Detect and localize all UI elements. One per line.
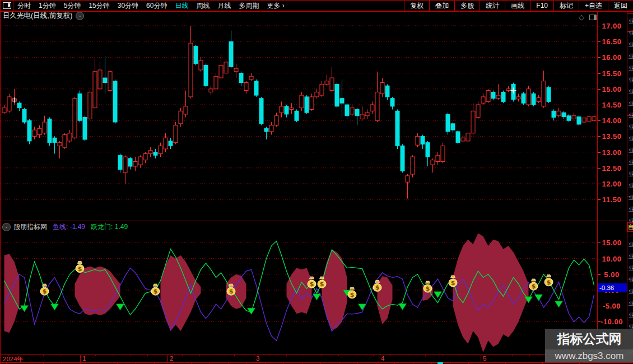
week-tick (113, 354, 113, 356)
strip-glyph: 业 (629, 311, 633, 319)
watermark-title: 指标公式网 (545, 329, 633, 349)
axis-tick (598, 259, 601, 259)
watermark-site: www.zbgs3.com (545, 349, 633, 362)
week-tick (217, 354, 217, 356)
panel-layout-icon[interactable] (589, 15, 597, 20)
svg-text:$: $ (78, 265, 82, 273)
action-button-1[interactable]: 叠加 (429, 1, 454, 11)
axis-tick (598, 57, 601, 58)
strip-glyph: 业 (629, 76, 633, 84)
action-button-8[interactable]: 返回 (608, 1, 633, 11)
crosshair-plus-icon (12, 97, 17, 103)
strip-separator (627, 236, 633, 236)
band-fill-group (4, 233, 529, 352)
action-button-4[interactable]: 画线 (505, 1, 530, 11)
strip-separator (627, 320, 633, 320)
indicator-axis-label: 15.00 (599, 239, 625, 247)
frame-line (1, 11, 633, 12)
month-separator (167, 354, 168, 362)
action-button-0[interactable]: 复权 (404, 1, 429, 11)
money-bag-icon: $ (529, 279, 538, 290)
indicator-chevron-down-icon[interactable]: ⌄ (2, 223, 11, 231)
axis-tick (598, 152, 601, 153)
latest-value-marker: -0.36 (598, 283, 627, 292)
period-tab-3[interactable]: 15分钟 (85, 1, 113, 11)
period-tab-4[interactable]: 30分钟 (114, 1, 142, 11)
svg-text:$: $ (229, 288, 234, 295)
indicator-axis-label: -10.00 (599, 318, 625, 326)
week-tick (147, 354, 148, 356)
action-button-2[interactable]: 多股 (454, 1, 480, 11)
watermark: 指标公式网 www.zbgs3.com (545, 329, 633, 362)
strip-glyph: 业 (629, 182, 633, 190)
axis-tick (598, 41, 601, 42)
strip-glyph: 业 (629, 29, 633, 37)
period-tab-6[interactable]: 日线 (171, 1, 192, 11)
axis-tick (598, 274, 601, 275)
sell-triangle-icon (313, 294, 321, 300)
indicator-chart[interactable]: $$$$$$$$$$$$ (1, 232, 597, 354)
period-tab-7[interactable]: 周线 (192, 1, 213, 11)
dragon-line-label: 跃龙门: (91, 223, 113, 231)
strip-glyph: 业 (629, 147, 633, 155)
strip-separator (627, 13, 633, 14)
period-tab-1[interactable]: 1分钟 (35, 1, 60, 11)
diamond-icon[interactable]: ◇ (579, 13, 584, 21)
main-candlestick-chart[interactable] (1, 20, 597, 221)
price-axis-label: 13.00 (599, 148, 625, 157)
period-tab-2[interactable]: 5分钟 (60, 1, 85, 11)
axis-tick (598, 242, 601, 243)
week-tick (26, 354, 26, 356)
period-tabs: 分时1分钟5分钟15分钟30分钟60分钟日线周线月线多周期更多 › (13, 1, 288, 11)
frame-line (1, 221, 627, 221)
action-button-7[interactable]: +自选 (579, 1, 608, 11)
week-tick (460, 354, 460, 356)
period-tab-9[interactable]: 多周期 (235, 1, 263, 11)
axis-tick (598, 136, 601, 137)
week-tick (425, 354, 426, 356)
action-button-5[interactable]: F10 (530, 1, 553, 11)
month-label: 2 (170, 355, 173, 362)
axis-tick (598, 168, 601, 169)
window-split-icon (3, 2, 11, 9)
strip-glyph: 业 (629, 135, 633, 143)
week-tick (43, 354, 44, 356)
month-label: 5 (483, 355, 486, 362)
strip-glyph: 业 (629, 241, 633, 249)
week-tick (8, 354, 9, 356)
sell-triangle-icon (399, 304, 407, 310)
month-label: 3 (256, 355, 259, 362)
action-button-3[interactable]: 统计 (480, 1, 505, 11)
svg-text:$: $ (375, 284, 380, 291)
week-tick (199, 354, 200, 356)
week-tick (182, 354, 183, 356)
strip-glyph: 业 (629, 158, 633, 166)
period-tab-8[interactable]: 月线 (213, 1, 235, 11)
period-tab-5[interactable]: 60分钟 (142, 1, 171, 11)
title-chevron-down-icon[interactable]: ⌄ (76, 12, 84, 20)
price-axis-label: 12.50 (599, 164, 625, 172)
more-menu-button[interactable]: 更多 › (263, 1, 288, 11)
candles-group (2, 26, 596, 199)
sell-triangle-icon (555, 301, 563, 307)
svg-text:$: $ (451, 279, 455, 287)
month-separator (254, 354, 254, 362)
strip-glyph: 业 (629, 53, 633, 60)
window-layout-button[interactable] (1, 1, 13, 11)
window-title: 日久光电(日线,前复权) (3, 11, 72, 21)
price-axis-label: 16.00 (599, 53, 625, 62)
svg-text:$: $ (310, 281, 314, 288)
period-toolbar: 分时1分钟5分钟15分钟30分钟60分钟日线周线月线多周期更多 › 复权叠加多股… (1, 1, 633, 11)
week-tick (95, 354, 96, 356)
strip-glyph: 业 (629, 17, 633, 25)
money-bag-icon: $ (40, 284, 49, 295)
period-tab-0[interactable]: 分时 (13, 1, 35, 11)
svg-text:$: $ (43, 288, 47, 295)
action-button-6[interactable]: 标记 (553, 1, 579, 11)
week-tick (356, 354, 356, 356)
month-separator (80, 354, 81, 362)
chart-title-row: 日久光电(日线,前复权) ⌄ (1, 12, 84, 20)
week-tick (512, 354, 513, 356)
week-tick (408, 354, 408, 356)
zixuan-button[interactable]: 自 (627, 222, 633, 232)
